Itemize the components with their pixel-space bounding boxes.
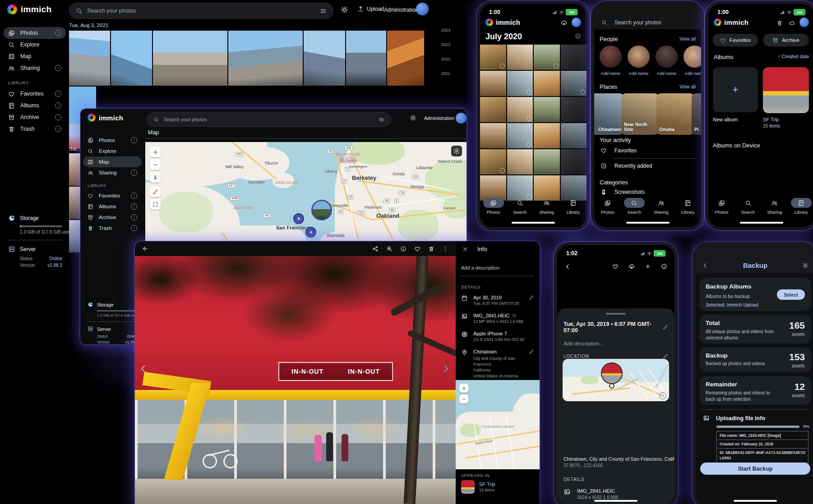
archive-button[interactable]: Archive [763, 34, 809, 46]
photo-thumb[interactable] [561, 71, 587, 96]
user-avatar[interactable] [799, 18, 809, 27]
more-options-icon[interactable] [442, 246, 448, 252]
sidebar-item-trash[interactable]: Trash i [4, 123, 66, 135]
place-tile[interactable]: Near North Side [621, 93, 659, 135]
edit-location-icon[interactable] [529, 349, 534, 354]
map-zoom-out-button[interactable] [150, 159, 161, 170]
sidebar-item-photos[interactable]: Photos i [83, 135, 142, 146]
sidebar-item-albums[interactable]: Albums i [4, 100, 66, 111]
photo-thumbnail[interactable] [346, 31, 386, 86]
sidebar-item-sharing[interactable]: Sharing i [83, 167, 142, 178]
description-input[interactable]: Add description... [557, 334, 674, 346]
places-view-all-link[interactable]: View all [679, 84, 696, 89]
album-link-row[interactable]: SF Trip 15 items [461, 480, 495, 494]
sidebar-item-map[interactable]: Map [4, 50, 66, 62]
zoom-icon[interactable] [386, 246, 393, 252]
home-indicator[interactable] [734, 500, 777, 502]
photo-thumb[interactable] [561, 123, 587, 148]
select-all-icon[interactable] [575, 33, 581, 39]
back-button[interactable] [564, 263, 571, 270]
nav-library[interactable]: Library [790, 198, 813, 215]
nav-sharing[interactable]: Sharing [763, 198, 786, 215]
minimap-zoom-in[interactable] [459, 384, 468, 393]
edit-date-icon[interactable] [529, 295, 534, 300]
photo-thumb[interactable] [561, 149, 587, 174]
previous-photo-button[interactable] [139, 364, 148, 374]
home-indicator[interactable] [594, 500, 637, 502]
nav-photos[interactable]: Photos [596, 198, 619, 215]
album-name[interactable]: SF Trip [763, 117, 779, 122]
favorite-icon[interactable] [414, 246, 420, 252]
home-indicator[interactable] [626, 222, 670, 224]
place-tile[interactable]: Omaha [656, 93, 694, 135]
next-photo-button[interactable] [441, 364, 451, 374]
place-tile[interactable]: Pi [692, 93, 701, 135]
recently-added-row[interactable]: Recently added [601, 163, 652, 169]
user-avatar[interactable] [572, 18, 581, 27]
sidebar-item-trash[interactable]: Trash i [83, 223, 142, 234]
favorites-button[interactable]: Favorites [713, 34, 758, 46]
back-button[interactable] [142, 245, 149, 252]
photo-thumb[interactable] [507, 45, 533, 70]
new-album-tile[interactable]: + [713, 67, 758, 112]
map-cluster-marker[interactable]: 4 [305, 227, 316, 238]
info-icon[interactable] [400, 246, 406, 252]
home-indicator[interactable] [740, 222, 783, 224]
person-item[interactable]: Add name [684, 46, 701, 76]
person-item[interactable]: Add name [656, 46, 678, 76]
photo-thumb[interactable] [480, 45, 506, 70]
photo-thumb[interactable] [507, 175, 533, 201]
search-bar[interactable]: Search your photos [69, 3, 333, 19]
map-settings-button[interactable] [451, 146, 462, 156]
sidebar-item-albums[interactable]: Albums i [83, 201, 142, 212]
sidebar-item-explore[interactable]: Explore [83, 146, 142, 156]
favorite-icon[interactable] [612, 263, 619, 270]
place-tile[interactable]: Chinatown [594, 93, 624, 135]
add-name-link[interactable]: Add name [628, 71, 650, 76]
nav-sharing[interactable]: Sharing [649, 198, 673, 215]
sidebar-item-photos[interactable]: Photos i [4, 27, 66, 39]
photo-thumb[interactable] [534, 123, 560, 148]
cloud-sync-icon[interactable] [789, 20, 795, 26]
user-avatar[interactable] [456, 113, 467, 124]
photo-thumb[interactable] [507, 97, 533, 122]
photo-thumb[interactable] [561, 45, 587, 70]
close-icon[interactable] [462, 246, 468, 252]
add-name-link[interactable]: Add name [656, 71, 678, 76]
photo-thumbnail[interactable] [304, 31, 345, 86]
select-albums-button[interactable]: Select [777, 289, 805, 300]
add-name-link[interactable]: Add name [600, 71, 622, 76]
photo-thumbnail[interactable] [69, 31, 110, 86]
info-minimap[interactable]: FISHERMAN'S WHARF Beach Street [456, 380, 540, 469]
nav-photos[interactable]: Photos [710, 198, 733, 215]
search-input[interactable]: Search your photos [601, 19, 661, 26]
add-name-link[interactable]: Add name [684, 71, 701, 76]
nav-library[interactable]: Library [676, 198, 699, 215]
photo-thumb[interactable] [480, 123, 506, 148]
sidebar-item-archive[interactable]: Archive i [4, 111, 66, 123]
map-zoom-in-button[interactable] [150, 147, 161, 157]
upload-button[interactable]: Upload [357, 5, 384, 12]
map-photo-marker[interactable] [311, 200, 332, 220]
start-backup-button[interactable]: Start Backup [700, 463, 810, 475]
photo-thumb[interactable] [507, 149, 533, 174]
favorites-row[interactable]: Favorites [601, 147, 637, 154]
photo-thumb[interactable] [507, 123, 533, 148]
person-item[interactable]: Add name [600, 46, 622, 76]
screenshots-row[interactable]: Screenshots [601, 189, 645, 195]
map-draw-button[interactable] [150, 186, 161, 197]
theme-toggle-button[interactable] [410, 115, 416, 121]
album-sort-button[interactable]: ↑ Created date [778, 54, 809, 59]
sidebar-item-explore[interactable]: Explore [4, 39, 66, 50]
share-icon[interactable] [372, 246, 379, 252]
filter-icon[interactable] [320, 8, 327, 14]
map-fullscreen-button[interactable] [150, 199, 161, 210]
app-logo[interactable]: immich [88, 114, 123, 122]
sidebar-item-sharing[interactable]: Sharing i [4, 62, 66, 74]
nav-search[interactable]: Search [508, 198, 532, 215]
photo-thumb[interactable] [534, 45, 560, 70]
sidebar-item-favorites[interactable]: Favorites i [4, 88, 66, 100]
photo-thumb[interactable] [534, 97, 560, 122]
nav-photos[interactable]: Photos [482, 198, 505, 215]
timeline-scrubber[interactable]: 2024 2023 2022 2021 [423, 28, 450, 76]
